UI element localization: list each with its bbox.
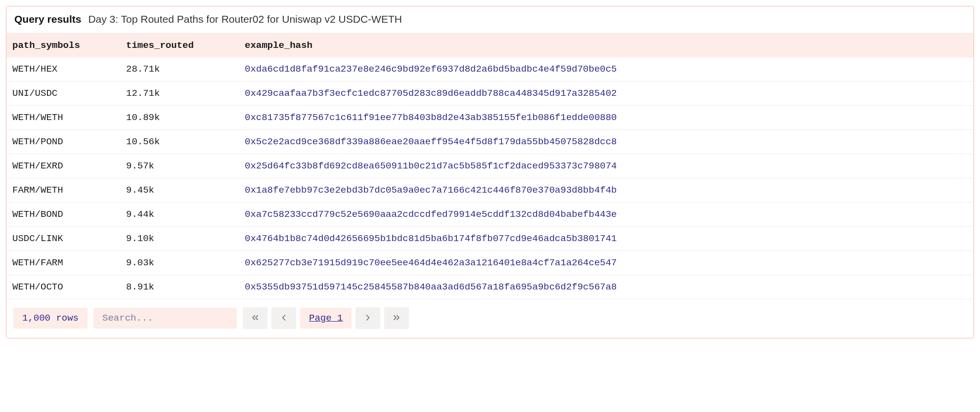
table-row: WETH/OCTO8.91k0x5355db93751d597145c25845… <box>6 275 974 299</box>
chevron-left-icon <box>279 313 289 324</box>
results-table: path_symbols times_routed example_hash W… <box>6 34 974 299</box>
cell-times-routed: 10.56k <box>120 130 239 154</box>
table-footer: 1,000 rows Page 1 <box>6 299 974 338</box>
hash-link[interactable]: 0xc81735f877567c1c611f91ee77b8403b8d2e43… <box>245 112 617 123</box>
cell-path-symbols: USDC/LINK <box>6 227 120 251</box>
hash-link[interactable]: 0xda6cd1d8faf91ca237e8e246c9bd92ef6937d8… <box>245 64 617 75</box>
search-input[interactable] <box>93 308 237 329</box>
cell-example-hash: 0xc81735f877567c1c611f91ee77b8403b8d2e43… <box>239 106 974 130</box>
query-results-panel: Query results Day 3: Top Routed Paths fo… <box>6 6 974 338</box>
cell-path-symbols: WETH/HEX <box>6 57 120 82</box>
cell-example-hash: 0x625277cb3e71915d919c70ee5ee464d4e462a3… <box>239 251 974 275</box>
cell-times-routed: 9.57k <box>120 154 239 178</box>
hash-link[interactable]: 0x429caafaa7b3f3ecfc1edc87705d283c89d6ea… <box>245 88 617 99</box>
chevron-right-icon <box>363 313 373 324</box>
cell-times-routed: 12.71k <box>120 82 239 106</box>
last-page-button[interactable] <box>384 307 409 329</box>
hash-link[interactable]: 0x5c2e2acd9ce368df339a886eae20aaeff954e4… <box>245 136 617 147</box>
table-header-row: path_symbols times_routed example_hash <box>6 34 974 57</box>
hash-link[interactable]: 0x25d64fc33b8fd692cd8ea650911b0c21d7ac5b… <box>245 161 617 171</box>
table-row: WETH/HEX28.71k0xda6cd1d8faf91ca237e8e246… <box>6 57 974 82</box>
panel-title: Query results <box>14 13 81 25</box>
hash-link[interactable]: 0x4764b1b8c74d0d42656695b1bdc81d5ba6b174… <box>245 233 617 244</box>
table-row: WETH/EXRD9.57k0x25d64fc33b8fd692cd8ea650… <box>6 154 974 178</box>
panel-header: Query results Day 3: Top Routed Paths fo… <box>6 6 974 34</box>
cell-example-hash: 0x4764b1b8c74d0d42656695b1bdc81d5ba6b174… <box>239 227 974 251</box>
cell-times-routed: 9.10k <box>120 227 239 251</box>
cell-path-symbols: WETH/OCTO <box>6 275 120 299</box>
cell-times-routed: 9.45k <box>120 178 239 203</box>
hash-link[interactable]: 0x1a8fe7ebb97c3e2ebd3b7dc05a9a0ec7a7166c… <box>245 185 617 196</box>
cell-example-hash: 0x25d64fc33b8fd692cd8ea650911b0c21d7ac5b… <box>239 154 974 178</box>
page-indicator[interactable]: Page 1 <box>300 308 352 329</box>
first-page-button[interactable] <box>243 307 267 329</box>
table-row: WETH/WETH10.89k0xc81735f877567c1c611f91e… <box>6 106 974 130</box>
hash-link[interactable]: 0x625277cb3e71915d919c70ee5ee464d4e462a3… <box>245 257 617 268</box>
panel-subtitle: Day 3: Top Routed Paths for Router02 for… <box>88 13 402 25</box>
table-row: WETH/FARM9.03k0x625277cb3e71915d919c70ee… <box>6 251 974 275</box>
table-row: WETH/BOND9.44k0xa7c58233ccd779c52e5690aa… <box>6 203 974 227</box>
cell-path-symbols: WETH/EXRD <box>6 154 120 178</box>
table-row: USDC/LINK9.10k0x4764b1b8c74d0d42656695b1… <box>6 227 974 251</box>
table-row: WETH/POND10.56k0x5c2e2acd9ce368df339a886… <box>6 130 974 154</box>
cell-times-routed: 9.03k <box>120 251 239 275</box>
cell-example-hash: 0x5355db93751d597145c25845587b840aa3ad6d… <box>239 275 974 299</box>
row-count-badge: 1,000 rows <box>13 308 88 329</box>
cell-path-symbols: UNI/USDC <box>6 82 120 106</box>
column-header-path-symbols[interactable]: path_symbols <box>6 34 120 57</box>
cell-example-hash: 0x5c2e2acd9ce368df339a886eae20aaeff954e4… <box>239 130 974 154</box>
cell-path-symbols: WETH/POND <box>6 130 120 154</box>
cell-path-symbols: FARM/WETH <box>6 178 120 203</box>
table-row: FARM/WETH9.45k0x1a8fe7ebb97c3e2ebd3b7dc0… <box>6 178 974 203</box>
cell-example-hash: 0x1a8fe7ebb97c3e2ebd3b7dc05a9a0ec7a7166c… <box>239 178 974 203</box>
prev-page-button[interactable] <box>271 307 296 329</box>
cell-path-symbols: WETH/WETH <box>6 106 120 130</box>
cell-times-routed: 10.89k <box>120 106 239 130</box>
column-header-example-hash[interactable]: example_hash <box>239 34 974 57</box>
cell-example-hash: 0xda6cd1d8faf91ca237e8e246c9bd92ef6937d8… <box>239 57 974 82</box>
hash-link[interactable]: 0x5355db93751d597145c25845587b840aa3ad6d… <box>245 282 617 292</box>
hash-link[interactable]: 0xa7c58233ccd779c52e5690aaa2cdccdfed7991… <box>245 209 617 220</box>
cell-times-routed: 9.44k <box>120 203 239 227</box>
chevrons-right-icon <box>392 313 401 324</box>
cell-example-hash: 0xa7c58233ccd779c52e5690aaa2cdccdfed7991… <box>239 203 974 227</box>
column-header-times-routed[interactable]: times_routed <box>120 34 239 57</box>
next-page-button[interactable] <box>356 307 380 329</box>
pagination: Page 1 <box>243 307 409 329</box>
cell-example-hash: 0x429caafaa7b3f3ecfc1edc87705d283c89d6ea… <box>239 82 974 106</box>
cell-times-routed: 8.91k <box>120 275 239 299</box>
chevrons-left-icon <box>250 313 260 324</box>
cell-path-symbols: WETH/BOND <box>6 203 120 227</box>
cell-path-symbols: WETH/FARM <box>6 251 120 275</box>
cell-times-routed: 28.71k <box>120 57 239 82</box>
table-row: UNI/USDC12.71k0x429caafaa7b3f3ecfc1edc87… <box>6 82 974 106</box>
